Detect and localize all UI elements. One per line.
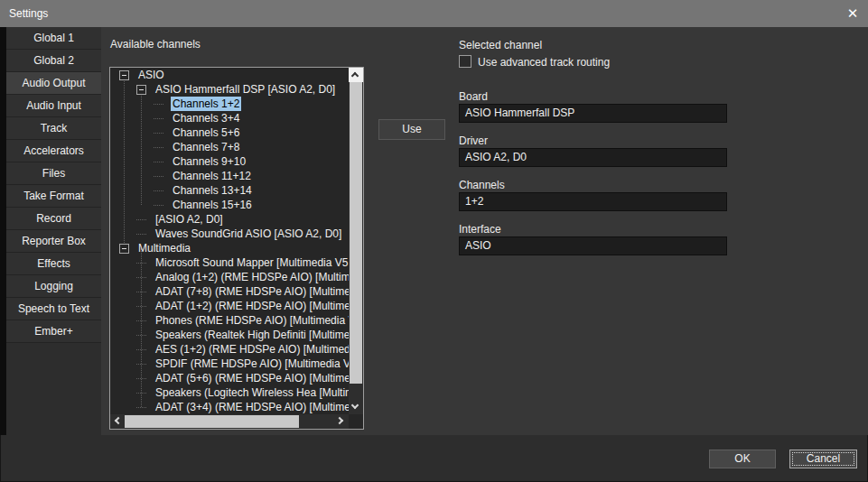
tree-collapse-icon[interactable] [119, 244, 129, 254]
tree-item-label: Speakers (Realtek High Definiti [Multime… [154, 328, 349, 342]
tree-item[interactable]: ADAT (5+6) (RME HDSPe AIO) [Multimedia V… [110, 371, 349, 385]
scroll-right-button[interactable] [334, 414, 349, 429]
selected-channel-heading: Selected channel [459, 39, 542, 51]
horizontal-scroll-thumb[interactable] [125, 415, 299, 428]
scroll-down-button[interactable] [349, 400, 363, 414]
use-button[interactable]: Use [378, 119, 445, 140]
title-bar: Settings ✕ [0, 0, 868, 27]
tree-item-label: ASIO [136, 68, 166, 82]
scroll-left-button[interactable] [110, 414, 125, 429]
tree-item-label: Channels 15+16 [171, 198, 254, 212]
tree-item[interactable]: Speakers (Realtek High Definiti [Multime… [110, 328, 349, 342]
board-field[interactable]: ASIO Hammerfall DSP [459, 104, 727, 123]
sidebar-item-logging[interactable]: Logging [6, 275, 101, 298]
tree-item[interactable]: ADAT (3+4) (RME HDSPe AIO) [Multimedia V… [110, 400, 349, 414]
tree-item[interactable]: ASIO [110, 68, 349, 82]
advanced-routing-checkbox[interactable] [459, 55, 471, 68]
tree-item-label: Multimedia [136, 241, 192, 255]
channels-tree: ASIOASIO Hammerfall DSP [ASIO A2, D0]Cha… [110, 68, 349, 414]
sidebar-item-audio-output[interactable]: Audio Output [6, 72, 101, 95]
channels-label: Channels [459, 179, 505, 191]
scroll-up-button[interactable] [349, 68, 363, 82]
tree-item[interactable]: Speakers (Logitech Wireless Hea [Multime… [110, 385, 349, 400]
tree-connector-line [136, 320, 146, 321]
tree-item[interactable]: Channels 1+2 [110, 97, 349, 111]
tree-connector-line [136, 277, 146, 278]
tree-connector-line [136, 292, 146, 292]
tree-item[interactable]: Channels 5+6 [110, 125, 349, 140]
tree-connector-line [136, 234, 146, 235]
tree-item-label: Phones (RME HDSPe AIO) [Multimedia V10.0… [154, 313, 349, 328]
advanced-routing-checkbox-label: Use advanced track routing [478, 56, 610, 69]
tree-item[interactable]: Channels 15+16 [110, 198, 349, 212]
tree-connector-line [136, 263, 146, 264]
minus-glyph [122, 75, 126, 76]
sidebar-item-files[interactable]: Files [6, 162, 101, 185]
channels-field[interactable]: 1+2 [459, 192, 727, 211]
vertical-scrollbar[interactable] [349, 68, 363, 414]
sidebar-item-reporter-box[interactable]: Reporter Box [6, 230, 101, 253]
tree-connector-line [136, 306, 146, 307]
sidebar-item-record[interactable]: Record [6, 208, 101, 230]
settings-dialog: Settings ✕ Global 1Global 2Audio OutputA… [0, 0, 868, 482]
tree-item[interactable]: AES (1+2) (RME HDSPe AIO) [Multimedia V1… [110, 342, 349, 357]
tree-item[interactable]: Waves SoundGrid ASIO [ASIO A2, D0] [110, 227, 349, 241]
tree-item-label: Channels 9+10 [171, 154, 247, 169]
tree-item-label: SPDIF (RME HDSPe AIO) [Multimedia V10.0] [154, 357, 349, 371]
tree-item[interactable]: ADAT (1+2) (RME HDSPe AIO) [Multimedia V… [110, 299, 349, 313]
close-icon[interactable]: ✕ [837, 0, 868, 27]
tree-item[interactable]: Channels 3+4 [110, 111, 349, 125]
sidebar-item-global-1[interactable]: Global 1 [6, 27, 101, 50]
tree-item[interactable]: Phones (RME HDSPe AIO) [Multimedia V10.0… [110, 313, 349, 328]
tree-item-label: ADAT (7+8) (RME HDSPe AIO) [Multimedia V… [154, 284, 349, 299]
tree-connector-line [154, 118, 163, 119]
driver-field[interactable]: ASIO A2, D0 [459, 148, 727, 167]
horizontal-scrollbar[interactable] [110, 414, 349, 429]
audio-output-panel: Available channels ASIOASIO Hammerfall D… [101, 27, 868, 435]
tree-item[interactable]: Microsoft Sound Mapper [Multimedia V5.0] [110, 255, 349, 270]
sidebar-item-audio-input[interactable]: Audio Input [6, 95, 101, 117]
tree-item[interactable]: ASIO Hammerfall DSP [ASIO A2, D0] [110, 82, 349, 97]
tree-connector-line [136, 407, 146, 408]
tree-item[interactable]: ADAT (7+8) (RME HDSPe AIO) [Multimedia V… [110, 284, 349, 299]
tree-collapse-icon[interactable] [136, 85, 146, 95]
sidebar-item-accelerators[interactable]: Accelerators [6, 140, 101, 162]
tree-item[interactable]: Multimedia [110, 241, 349, 255]
tree-connector-line [154, 190, 163, 191]
interface-field[interactable]: ASIO [459, 236, 727, 255]
tree-item[interactable]: Channels 11+12 [110, 169, 349, 183]
tree-connector-line [136, 219, 146, 220]
sidebar-item-track[interactable]: Track [6, 117, 101, 140]
tree-item-label: Analog (1+2) (RME HDSPe AIO) [Multimedia… [154, 270, 349, 284]
tree-item[interactable]: Analog (1+2) (RME HDSPe AIO) [Multimedia… [110, 270, 349, 284]
tree-collapse-icon[interactable] [119, 70, 129, 80]
ok-button[interactable]: OK [709, 450, 776, 468]
sidebar-item-take-format[interactable]: Take Format [6, 185, 101, 208]
available-channels-listbox: ASIOASIO Hammerfall DSP [ASIO A2, D0]Cha… [109, 67, 364, 430]
tree-item-label: Channels 13+14 [171, 183, 254, 198]
tree-item[interactable]: Channels 7+8 [110, 140, 349, 154]
sidebar-item-global-2[interactable]: Global 2 [6, 50, 101, 72]
tree-item-label: ADAT (5+6) (RME HDSPe AIO) [Multimedia V… [154, 371, 349, 385]
tree-connector-line [136, 364, 146, 365]
interface-label: Interface [459, 223, 501, 236]
tree-item-label: Waves SoundGrid ASIO [ASIO A2, D0] [154, 227, 343, 241]
tree-item[interactable]: [ASIO A2, D0] [110, 212, 349, 227]
tree-item-label: Microsoft Sound Mapper [Multimedia V5.0] [154, 255, 349, 270]
tree-item[interactable]: Channels 13+14 [110, 183, 349, 198]
driver-label: Driver [459, 134, 488, 147]
tree-item[interactable]: Channels 9+10 [110, 154, 349, 169]
tree-connector-line [136, 349, 146, 350]
sidebar-item-ember[interactable]: Ember+ [6, 320, 101, 343]
tree-item-label: Channels 3+4 [171, 111, 241, 125]
tree-item[interactable]: SPDIF (RME HDSPe AIO) [Multimedia V10.0] [110, 357, 349, 371]
minus-glyph [122, 248, 126, 249]
sidebar-left-strip [0, 27, 6, 435]
sidebar-item-effects[interactable]: Effects [6, 253, 101, 275]
vertical-scroll-thumb[interactable] [350, 82, 362, 384]
tree-item-label: [ASIO A2, D0] [154, 212, 225, 227]
cancel-button[interactable]: Cancel [789, 450, 857, 468]
tree-connector-line [154, 104, 163, 105]
sidebar-item-speech-to-text[interactable]: Speech to Text [6, 298, 101, 320]
available-channels-label: Available channels [110, 38, 201, 51]
